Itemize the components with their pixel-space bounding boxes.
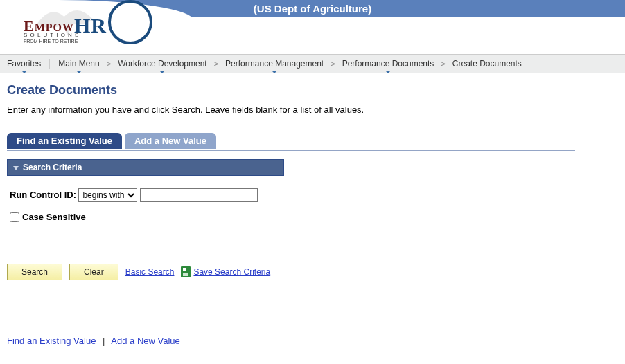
svg-rect-3 (186, 268, 188, 271)
breadcrumb-favorites[interactable]: Favorites (0, 57, 48, 70)
run-control-id-input[interactable] (140, 188, 258, 202)
collapse-triangle-icon (13, 166, 19, 170)
save-search-criteria-link[interactable]: Save Search Criteria (193, 267, 270, 277)
basic-search-link[interactable]: Basic Search (125, 267, 175, 277)
case-sensitive-label: Case Sensitive (22, 212, 86, 222)
page-instruction: Enter any information you have and click… (7, 104, 618, 115)
tab-bar: Find an Existing ValueAdd a New Value (7, 133, 575, 151)
logo[interactable]: EMPOWHR S O L U T I O N S FROM HIRE TO R… (14, 0, 146, 51)
breadcrumb-divider (49, 59, 50, 69)
clear-button[interactable]: Clear (69, 264, 118, 280)
tab-add-new[interactable]: Add a New Value (125, 133, 216, 149)
logo-subtitle-1: S O L U T I O N S (24, 32, 79, 38)
tab-find-existing[interactable]: Find an Existing Value (7, 133, 122, 149)
search-button[interactable]: Search (7, 264, 62, 280)
footer-find-existing-link[interactable]: Find an Existing Value (7, 336, 96, 346)
breadcrumb: Favorites Main Menu > Workforce Developm… (0, 54, 625, 73)
save-icon (181, 266, 191, 277)
run-control-id-label: Run Control ID: (10, 190, 76, 200)
breadcrumb-performance-documents[interactable]: Performance Documents (335, 57, 441, 70)
breadcrumb-create-documents[interactable]: Create Documents (446, 57, 529, 70)
footer-add-new-link[interactable]: Add a New Value (111, 336, 180, 346)
breadcrumb-workforce-development[interactable]: Workforce Development (111, 57, 214, 70)
case-sensitive-checkbox[interactable] (10, 212, 19, 222)
logo-ring (108, 0, 152, 44)
footer-pipe: | (103, 336, 105, 346)
svg-rect-2 (183, 273, 188, 276)
run-control-operator-select[interactable]: begins with (78, 188, 137, 202)
breadcrumb-performance-management[interactable]: Performance Management (218, 57, 331, 70)
section-heading-text: Search Criteria (23, 163, 82, 172)
page-title: Create Documents (7, 83, 618, 98)
search-criteria-header[interactable]: Search Criteria (7, 159, 284, 176)
logo-subtitle-2: FROM HIRE TO RETIRE (24, 39, 78, 44)
breadcrumb-main-menu[interactable]: Main Menu (51, 57, 106, 70)
